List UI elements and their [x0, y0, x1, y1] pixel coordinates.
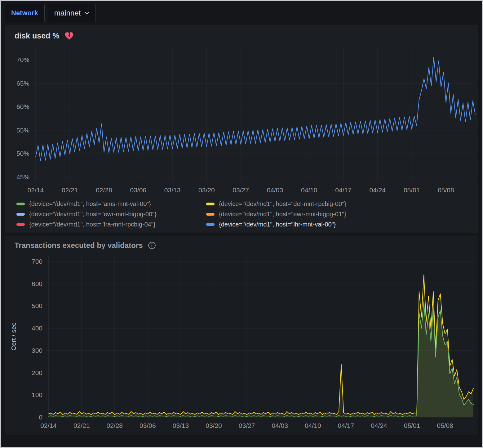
svg-text:100: 100: [32, 391, 42, 398]
panel-title-disk-used[interactable]: disk used %: [15, 31, 60, 40]
svg-text:03/06: 03/06: [130, 186, 146, 194]
series-area: [49, 275, 473, 417]
svg-text:05/08: 05/08: [438, 186, 454, 194]
legend-item-label: {device="/dev/md1", host="ewr-mnt-bigpg-…: [219, 211, 346, 218]
legend-item-label: {device="/dev/md1", host="lhr-mnt-val-00…: [219, 221, 336, 228]
svg-text:200: 200: [32, 369, 42, 376]
svg-text:03/20: 03/20: [206, 422, 222, 429]
disk-used-legend: {device="/dev/md1", host="ams-mnt-val-00…: [5, 198, 478, 232]
svg-text:03/27: 03/27: [233, 186, 249, 194]
svg-text:05/01: 05/01: [404, 422, 420, 429]
svg-text:04/10: 04/10: [301, 186, 317, 194]
legend-item[interactable]: {device="/dev/md1", host="ams-mnt-val-00…: [16, 200, 206, 208]
legend-item[interactable]: {device="/dev/md1", host="ewr-mnt-bigpg-…: [206, 211, 478, 218]
svg-text:03/27: 03/27: [239, 422, 255, 429]
legend-series-marker: [206, 203, 215, 205]
svg-text:60%: 60%: [16, 103, 29, 110]
legend-series-marker: [16, 223, 25, 226]
svg-text:04/24: 04/24: [371, 422, 387, 429]
panel-disk-used: disk used % 45%50%55%60%65%70%02/1402/21…: [5, 25, 478, 233]
svg-text:600: 600: [32, 280, 42, 287]
info-icon[interactable]: [148, 241, 156, 249]
svg-text:03/20: 03/20: [198, 186, 215, 194]
legend-item[interactable]: {device="/dev/md1", host="fra-mnt-rpcbig…: [16, 221, 206, 228]
panel-title-transactions[interactable]: Transactions executed by validators: [15, 241, 143, 250]
transactions-chart[interactable]: 010020030040050060070002/1402/2102/2803/…: [5, 251, 479, 433]
legend-item-label: {device="/dev/md1", host="del-mnt-rpcbig…: [219, 200, 346, 208]
svg-text:04/24: 04/24: [370, 186, 386, 194]
svg-text:55%: 55%: [16, 127, 29, 134]
svg-text:50%: 50%: [16, 150, 29, 157]
svg-text:02/14: 02/14: [28, 186, 44, 194]
svg-text:02/28: 02/28: [96, 186, 112, 194]
grid: [46, 256, 473, 417]
dashboard-toolbar: Network mainnet: [1, 1, 482, 25]
broken-heart-icon[interactable]: [64, 32, 74, 40]
legend-series-marker: [206, 223, 215, 226]
legend-item[interactable]: {device="/dev/md1", host="lhr-mnt-val-00…: [206, 221, 478, 228]
svg-text:65%: 65%: [16, 80, 29, 87]
legend-item-label: {device="/dev/md1", host="ewr-mnt-bigpg-…: [29, 211, 157, 218]
panel-transactions: Transactions executed by validators 0100…: [5, 235, 478, 435]
svg-text:300: 300: [32, 347, 42, 354]
series-area: [49, 302, 473, 417]
svg-text:02/14: 02/14: [40, 422, 57, 429]
y-axis-label: Cert / sec: [10, 323, 17, 351]
svg-text:05/08: 05/08: [437, 422, 453, 429]
legend-series-marker: [16, 203, 25, 205]
grid: [33, 48, 475, 182]
svg-text:04/17: 04/17: [335, 186, 352, 194]
svg-text:02/21: 02/21: [73, 422, 90, 429]
disk-used-chart[interactable]: 45%50%55%60%65%70%02/1402/2102/2803/0603…: [5, 42, 479, 197]
network-variable-value: mainnet: [54, 9, 81, 17]
svg-text:04/17: 04/17: [338, 422, 354, 429]
svg-text:04/10: 04/10: [305, 422, 321, 429]
legend-item-label: {device="/dev/md1", host="fra-mnt-rpcbig…: [29, 221, 156, 228]
legend-item[interactable]: {device="/dev/md1", host="del-mnt-rpcbig…: [206, 200, 478, 208]
svg-text:02/28: 02/28: [107, 422, 123, 429]
svg-text:700: 700: [32, 258, 42, 265]
series-line: [36, 57, 475, 161]
svg-text:04/03: 04/03: [267, 186, 283, 194]
svg-text:03/13: 03/13: [173, 422, 189, 429]
legend-item-label: {device="/dev/md1", host="ams-mnt-val-00…: [29, 200, 151, 208]
svg-text:02/21: 02/21: [62, 186, 78, 194]
svg-text:05/01: 05/01: [404, 186, 420, 194]
legend-item[interactable]: {device="/dev/md1", host="ewr-mnt-bigpg-…: [16, 211, 206, 218]
network-variable-label-box: Network: [5, 4, 45, 22]
series-line: [49, 275, 473, 414]
legend-series-marker: [206, 213, 215, 216]
series-line: [49, 302, 473, 416]
network-variable-label: Network: [11, 9, 38, 17]
legend-series-marker: [16, 213, 25, 216]
chevron-down-icon: [84, 11, 89, 15]
network-variable-dropdown[interactable]: mainnet: [48, 4, 96, 22]
svg-text:0: 0: [39, 414, 42, 421]
svg-text:500: 500: [32, 302, 42, 309]
axis-tick-labels: 010020030040050060070002/1402/2102/2803/…: [32, 258, 453, 429]
svg-text:03/13: 03/13: [164, 186, 181, 194]
svg-text:45%: 45%: [16, 173, 29, 181]
svg-text:03/06: 03/06: [140, 422, 156, 429]
svg-text:70%: 70%: [16, 56, 29, 63]
svg-text:04/03: 04/03: [272, 422, 288, 429]
svg-text:400: 400: [32, 325, 42, 332]
